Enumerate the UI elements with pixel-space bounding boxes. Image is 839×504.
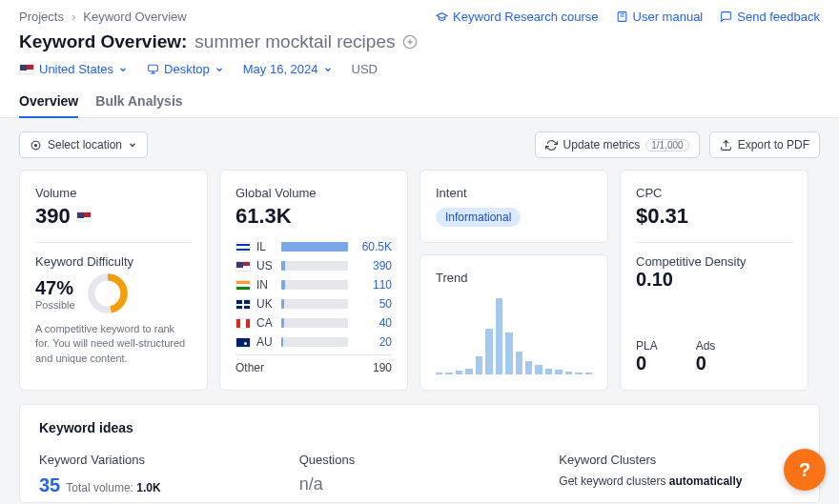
trend-bar xyxy=(525,361,532,374)
tab-overview[interactable]: Overview xyxy=(19,86,78,118)
volume-label: Volume xyxy=(35,186,192,200)
help-fab[interactable]: ? xyxy=(784,449,826,491)
trend-bar xyxy=(456,371,462,374)
update-count-badge: 1/1,000 xyxy=(645,139,688,151)
top-links: Keyword Research course User manual Send… xyxy=(436,10,820,24)
trend-bar xyxy=(465,369,472,374)
gv-row[interactable]: CA40 xyxy=(235,316,392,330)
chevron-down-icon xyxy=(215,65,224,74)
flag-icon xyxy=(235,242,251,252)
trend-bar xyxy=(535,365,542,374)
clusters-title: Keyword Clusters xyxy=(559,453,800,467)
gv-row[interactable]: US390 xyxy=(235,259,392,272)
global-volume-card: Global Volume 61.3K IL60.5KUS390IN110UK5… xyxy=(219,170,408,391)
book-icon xyxy=(616,10,628,23)
select-location-dropdown[interactable]: Select location xyxy=(19,131,148,158)
global-volume-label: Global Volume xyxy=(235,186,392,200)
keyword-research-course-link[interactable]: Keyword Research course xyxy=(436,10,598,24)
cpc-card: CPC $0.31 Competitive Density 0.10 PLA 0… xyxy=(620,170,808,391)
trend-label: Trend xyxy=(436,271,592,285)
ads-value: 0 xyxy=(696,353,716,374)
gv-country-code: UK xyxy=(256,297,276,311)
gv-row[interactable]: IL60.5K xyxy=(235,240,392,253)
add-keyword-icon[interactable] xyxy=(402,34,418,50)
chevron-down-icon xyxy=(118,65,128,74)
trend-bar xyxy=(545,369,552,374)
flag-icon xyxy=(235,299,251,310)
trend-bar xyxy=(565,372,572,374)
clusters-subtitle: Get keyword clusters automatically xyxy=(559,474,800,488)
gv-country-code: US xyxy=(256,259,276,272)
volume-card: Volume 390 Keyword Difficulty 47% Possib… xyxy=(19,170,208,391)
kd-donut-chart xyxy=(87,272,129,314)
gv-value: 40 xyxy=(354,316,392,330)
pla-value: 0 xyxy=(636,353,658,374)
flag-icon xyxy=(235,261,251,272)
country-filter[interactable]: United States xyxy=(19,62,128,76)
gv-value: 390 xyxy=(354,259,392,272)
gv-value: 60.5K xyxy=(354,240,392,253)
competitive-density-value: 0.10 xyxy=(636,269,792,291)
target-icon xyxy=(30,139,42,151)
cpc-label: CPC xyxy=(636,186,792,200)
gv-bar xyxy=(281,261,348,271)
gv-value: 50 xyxy=(354,297,392,311)
tab-bulk-analysis[interactable]: Bulk Analysis xyxy=(95,86,182,117)
trend-bar xyxy=(476,356,482,374)
flag-icon xyxy=(235,318,251,329)
flag-icon xyxy=(235,337,251,348)
chevron-down-icon xyxy=(323,65,333,74)
gv-row[interactable]: IN110 xyxy=(235,278,392,292)
chat-icon xyxy=(720,10,732,23)
trend-bar xyxy=(436,373,442,374)
intent-label: Intent xyxy=(436,186,592,200)
toolbar: Select location Update metrics 1/1,000 E… xyxy=(19,131,820,158)
svg-point-4 xyxy=(34,144,36,146)
trend-chart xyxy=(436,298,592,374)
flag-icon xyxy=(235,280,251,291)
divider xyxy=(636,242,792,243)
chevron-right-icon: › xyxy=(72,10,75,24)
device-filter[interactable]: Desktop xyxy=(147,62,224,76)
send-feedback-link[interactable]: Send feedback xyxy=(720,10,820,24)
export-pdf-button[interactable]: Export to PDF xyxy=(709,131,820,158)
kd-description: A competitive keyword to rank for. You w… xyxy=(35,322,192,366)
gv-bar xyxy=(281,318,348,328)
gv-row[interactable]: AU20 xyxy=(235,335,392,349)
breadcrumb-current: Keyword Overview xyxy=(83,10,186,24)
desktop-icon xyxy=(147,63,159,75)
questions-title: Questions xyxy=(299,453,541,467)
chevron-down-icon xyxy=(128,140,137,150)
variations-count[interactable]: 35 xyxy=(39,474,60,496)
variations-subtitle: Total volume: 1.0K xyxy=(66,481,160,494)
user-manual-link[interactable]: User manual xyxy=(616,10,704,24)
gv-bar xyxy=(281,242,348,252)
gv-country-code: IL xyxy=(256,240,276,253)
gv-bar xyxy=(281,280,348,290)
ads-label: Ads xyxy=(696,339,716,353)
graduation-cap-icon xyxy=(436,10,448,23)
trend-bar xyxy=(485,329,492,374)
kd-word: Possible xyxy=(35,299,75,311)
currency-label: USD xyxy=(352,62,378,76)
update-metrics-button[interactable]: Update metrics 1/1,000 xyxy=(535,131,700,158)
intent-chip[interactable]: Informational xyxy=(436,208,521,227)
gv-value: 110 xyxy=(354,278,392,292)
global-volume-value: 61.3K xyxy=(235,204,392,229)
trend-bar xyxy=(505,333,512,374)
gv-country-code: AU xyxy=(256,335,276,349)
gv-other-value: 190 xyxy=(373,361,392,374)
filter-bar: United States Desktop May 16, 2024 USD xyxy=(0,60,839,86)
trend-bar xyxy=(445,373,452,374)
gv-bar xyxy=(281,299,348,309)
gv-country-code: CA xyxy=(256,316,276,330)
kd-percent: 47% xyxy=(35,277,75,299)
gv-row[interactable]: UK50 xyxy=(235,297,392,311)
breadcrumb-projects[interactable]: Projects xyxy=(19,10,64,24)
questions-value: n/a xyxy=(299,474,541,494)
trend-bar xyxy=(585,373,592,374)
flag-us-icon xyxy=(76,212,92,222)
date-filter[interactable]: May 16, 2024 xyxy=(243,62,333,76)
page-title: Keyword Overview: summer mocktail recipe… xyxy=(0,28,839,60)
volume-value: 390 xyxy=(35,204,71,229)
